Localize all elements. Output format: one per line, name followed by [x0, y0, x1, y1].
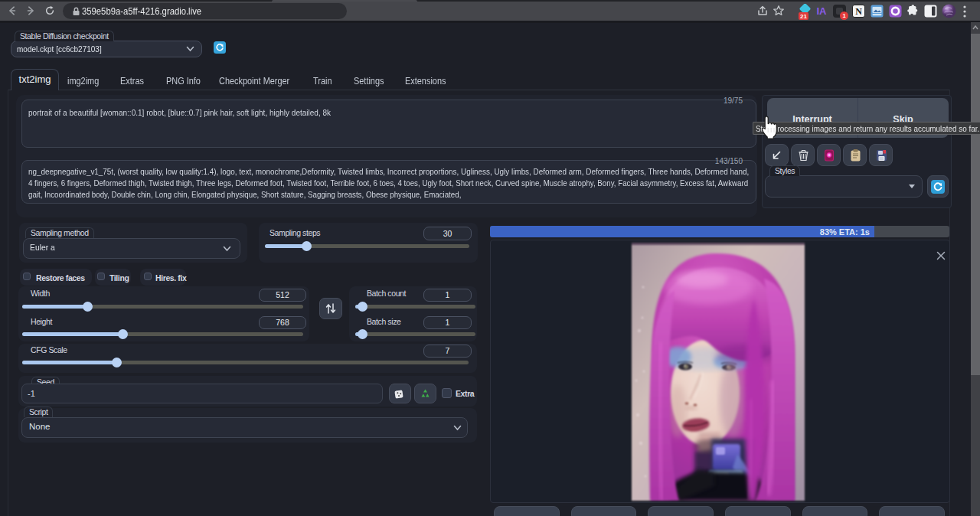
svg-text:1: 1 — [842, 12, 845, 19]
svg-text:IA: IA — [817, 5, 828, 17]
svg-text:21: 21 — [800, 13, 807, 20]
svg-text:N: N — [855, 6, 862, 17]
